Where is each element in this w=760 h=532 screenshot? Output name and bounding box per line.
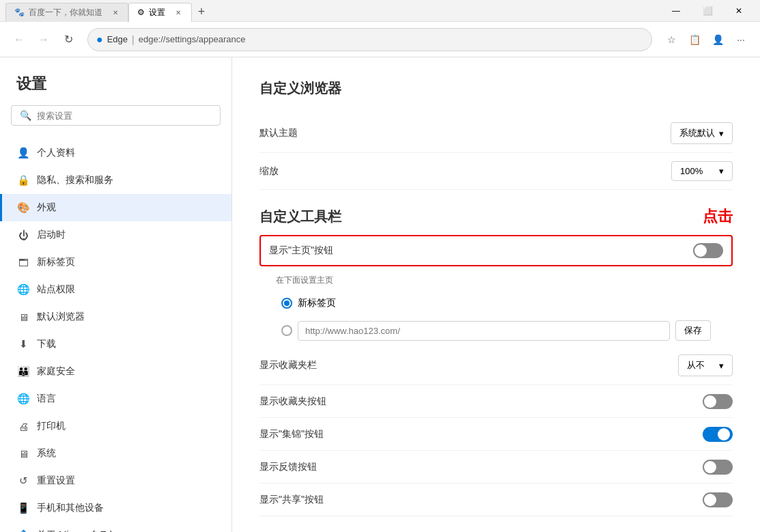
toggle-knob xyxy=(694,244,707,257)
show-favorites-bar-dropdown[interactable]: 从不 ▾ xyxy=(678,354,733,376)
sidebar-item-defaultbrowser[interactable]: 🖥 默认浏览器 xyxy=(0,303,231,331)
main-layout: 设置 🔍 👤 个人资料 🔒 隐私、搜索和服务 🎨 外观 ⏻ 启动时 🗔 新标签页… xyxy=(0,57,760,532)
sidebar-item-about[interactable]: 🔷 关于 Microsoft Edge xyxy=(0,522,231,532)
search-input[interactable] xyxy=(37,111,212,121)
edge-logo-icon: ● xyxy=(96,33,103,46)
address-bar: ← → ↻ ● Edge | edge://settings/appearanc… xyxy=(0,22,760,57)
show-favorites-bar-row: 显示收藏夹栏 从不 ▾ xyxy=(259,346,733,385)
toolbar-header: 自定义工具栏 点击 xyxy=(259,206,733,227)
downloads-icon: ⬇ xyxy=(16,337,30,351)
save-url-button[interactable]: 保存 xyxy=(675,320,711,341)
zoom-dropdown[interactable]: 100% ▾ xyxy=(671,161,733,181)
favorites-bar-value: 从不 xyxy=(687,359,705,372)
new-tab-button[interactable]: + xyxy=(192,3,211,22)
language-icon: 🌐 xyxy=(16,392,30,406)
startup-icon: ⏻ xyxy=(16,228,30,242)
sidebar-item-profile[interactable]: 👤 个人资料 xyxy=(0,139,231,167)
lock-icon: 🔒 xyxy=(16,173,30,187)
sidebar-item-label: 隐私、搜索和服务 xyxy=(37,174,113,186)
minimize-button[interactable]: — xyxy=(660,0,692,22)
sidebar-item-family[interactable]: 👪 家庭安全 xyxy=(0,358,231,385)
chevron-down-icon: ▾ xyxy=(719,128,724,139)
close-button[interactable]: ✕ xyxy=(723,0,755,22)
favorites-star-button[interactable]: ☆ xyxy=(660,29,682,51)
default-theme-dropdown[interactable]: 系统默认 ▾ xyxy=(671,122,733,144)
address-actions: ☆ 📋 👤 ··· xyxy=(660,29,752,51)
toggle-knob xyxy=(704,461,716,473)
siteperms-icon: 🌐 xyxy=(16,283,30,296)
url-input-row: 保存 xyxy=(259,315,733,346)
sidebar-item-reset[interactable]: ↺ 重置设置 xyxy=(0,467,231,494)
settings-search-box[interactable]: 🔍 xyxy=(11,105,221,126)
zoom-label: 缩放 xyxy=(259,165,279,178)
zoom-row: 缩放 100% ▾ xyxy=(259,153,733,190)
sidebar-item-siteperms[interactable]: 🌐 站点权限 xyxy=(0,276,231,303)
sidebar-item-label: 关于 Microsoft Edge xyxy=(37,529,122,532)
family-icon: 👪 xyxy=(16,365,30,378)
customize-browser-title: 自定义浏览器 xyxy=(259,79,733,98)
show-collections-toggle[interactable] xyxy=(703,427,733,442)
show-favorites-btn-toggle[interactable] xyxy=(703,394,733,409)
zoom-value: 100% xyxy=(680,166,703,176)
address-url: edge://settings/appearance xyxy=(139,34,246,44)
sidebar-item-startup[interactable]: ⏻ 启动时 xyxy=(0,221,231,249)
back-button[interactable]: ← xyxy=(8,29,30,51)
reset-icon: ↺ xyxy=(16,474,30,488)
about-icon: 🔷 xyxy=(16,529,30,532)
maximize-button[interactable]: ⬜ xyxy=(692,0,723,22)
show-collections-label: 显示"集锦"按钮 xyxy=(259,428,324,440)
tab-settings-close[interactable]: ✕ xyxy=(173,8,183,17)
show-share-toggle[interactable] xyxy=(703,492,733,507)
sidebar-item-printer[interactable]: 🖨 打印机 xyxy=(0,412,231,440)
radio-newtab-option[interactable]: 新标签页 xyxy=(259,292,733,315)
forward-button[interactable]: → xyxy=(33,29,55,51)
radio-url-circle[interactable] xyxy=(281,325,292,336)
tab-settings[interactable]: ⚙ 设置 ✕ xyxy=(128,3,192,22)
site-name: Edge xyxy=(107,34,128,44)
tab-settings-icon: ⚙ xyxy=(137,8,145,17)
more-button[interactable]: ··· xyxy=(730,29,752,51)
hub-button[interactable]: 📋 xyxy=(684,29,705,51)
radio-newtab-label: 新标签页 xyxy=(298,297,336,309)
tab-baidu[interactable]: 🐾 百度一下，你就知道 ✕ xyxy=(5,3,128,22)
sidebar-item-label: 个人资料 xyxy=(37,147,75,159)
sidebar-item-privacy[interactable]: 🔒 隐私、搜索和服务 xyxy=(0,167,231,194)
show-favorites-bar-label: 显示收藏夹栏 xyxy=(259,359,317,372)
show-favorites-btn-label: 显示收藏夹按钮 xyxy=(259,395,326,408)
profile-button[interactable]: 👤 xyxy=(707,29,729,51)
defaultbrowser-icon: 🖥 xyxy=(16,310,30,324)
tab-settings-label: 设置 xyxy=(149,7,165,18)
sidebar-item-mobile[interactable]: 📱 手机和其他设备 xyxy=(0,494,231,522)
window-controls: — ⬜ ✕ xyxy=(660,0,755,22)
sidebar-item-language[interactable]: 🌐 语言 xyxy=(0,385,231,412)
search-icon: 🔍 xyxy=(20,110,31,121)
sidebar: 设置 🔍 👤 个人资料 🔒 隐私、搜索和服务 🎨 外观 ⏻ 启动时 🗔 新标签页… xyxy=(0,57,232,532)
show-feedback-row: 显示反馈按钮 xyxy=(259,451,733,484)
home-sub-label: 在下面设置主页 xyxy=(259,269,733,292)
show-favorites-btn-row: 显示收藏夹按钮 xyxy=(259,385,733,418)
sidebar-item-system[interactable]: 🖥 系统 xyxy=(0,440,231,467)
show-home-toggle[interactable] xyxy=(693,243,723,258)
address-separator: | xyxy=(132,34,135,45)
show-feedback-toggle[interactable] xyxy=(703,460,733,475)
sidebar-item-label: 打印机 xyxy=(37,420,66,432)
sidebar-item-downloads[interactable]: ⬇ 下载 xyxy=(0,331,231,358)
sidebar-item-appearance[interactable]: 🎨 外观 xyxy=(0,194,231,221)
refresh-button[interactable]: ↻ xyxy=(57,29,79,51)
address-box[interactable]: ● Edge | edge://settings/appearance xyxy=(87,28,652,51)
radio-newtab-circle[interactable] xyxy=(281,298,292,309)
tab-bar: 🐾 百度一下，你就知道 ✕ ⚙ 设置 ✕ + xyxy=(5,0,211,22)
sidebar-item-label: 外观 xyxy=(37,201,56,214)
system-icon: 🖥 xyxy=(16,447,30,460)
chevron-down-icon: ▾ xyxy=(719,166,724,176)
toggle-knob xyxy=(704,395,716,408)
sidebar-item-label: 系统 xyxy=(37,447,56,460)
sidebar-item-newtab[interactable]: 🗔 新标签页 xyxy=(0,249,231,276)
toggle-knob xyxy=(718,428,730,440)
sidebar-item-label: 重置设置 xyxy=(37,475,75,487)
mobile-icon: 📱 xyxy=(16,501,30,515)
url-input[interactable] xyxy=(298,321,670,341)
profile-icon: 👤 xyxy=(16,146,30,160)
tab-baidu-close[interactable]: ✕ xyxy=(111,8,120,17)
show-home-button-row: 显示"主页"按钮 xyxy=(259,235,733,266)
